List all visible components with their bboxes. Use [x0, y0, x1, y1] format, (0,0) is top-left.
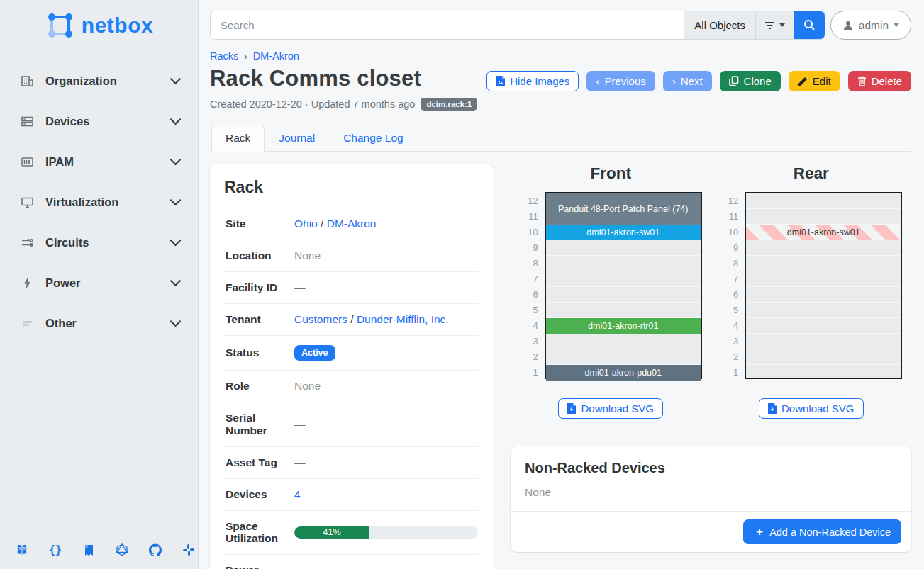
- empty-rack-slot: [746, 318, 901, 334]
- next-button[interactable]: › Next: [663, 71, 712, 91]
- left-column: Rack Site Ohio / DM-Akron Location None: [210, 164, 494, 569]
- attr-row-tenant: Tenant Customers / Dunder-Mifflin, Inc.: [224, 303, 479, 335]
- unit-number: 5: [520, 303, 538, 318]
- devices-count-link[interactable]: 4: [294, 488, 301, 500]
- rack-device-panduit-48-port-patch-panel-74-[interactable]: Panduit 48-Port Patch Panel (74): [546, 193, 701, 225]
- rack-device-dmi01-akron-sw01[interactable]: dmi01-akron-sw01: [746, 225, 901, 240]
- rear-unit-numbers: 121110987654321: [720, 192, 738, 381]
- unit-number: 9: [720, 240, 738, 256]
- circuit-flow-icon: [20, 236, 34, 250]
- page-title: Rack Comms closet: [210, 66, 421, 91]
- chevron-down-icon: [170, 235, 182, 247]
- user-label: admin: [859, 19, 889, 32]
- empty-rack-slot: [746, 240, 901, 256]
- sidebar-item-label: Devices: [45, 115, 172, 128]
- asset-tag-value: —: [294, 456, 478, 469]
- chevron-right-icon: ›: [672, 75, 676, 87]
- sidebar-item-organization[interactable]: Organization: [0, 61, 198, 101]
- attr-row-role: Role None: [224, 370, 479, 402]
- topbar: All Objects admin: [210, 11, 911, 40]
- non-racked-devices-empty: None: [511, 476, 911, 511]
- breadcrumb-link-dm-akron[interactable]: DM-Akron: [253, 50, 299, 62]
- unit-number: 10: [720, 225, 738, 240]
- tab-bar: Rack Journal Change Log: [210, 125, 911, 152]
- sidebar-item-power[interactable]: Power: [0, 263, 198, 303]
- sidebar-item-devices[interactable]: Devices: [0, 101, 198, 142]
- empty-rack-slot: [546, 287, 701, 303]
- sidebar-item-other[interactable]: Other: [0, 303, 198, 344]
- unit-number: 8: [720, 256, 738, 271]
- user-menu-button[interactable]: admin: [830, 11, 911, 40]
- page-header: Rack Comms closet Hide Images ‹ Previous…: [210, 66, 911, 91]
- empty-rack-slot: [746, 287, 901, 303]
- edit-button[interactable]: Edit: [789, 71, 840, 91]
- trash-icon: [857, 76, 867, 86]
- rack-device-dmi01-akron-pdu01[interactable]: dmi01-akron-pdu01: [546, 365, 701, 381]
- previous-button[interactable]: ‹ Previous: [586, 71, 655, 91]
- netbox-logo[interactable]: netbox: [0, 0, 198, 48]
- file-download-icon: [567, 403, 576, 414]
- empty-rack-slot: [746, 271, 901, 287]
- slack-icon[interactable]: [182, 543, 195, 556]
- attr-row-serial: Serial Number —: [224, 402, 479, 446]
- attr-row-facility: Facility ID —: [224, 271, 479, 303]
- sidebar-footer: {}: [0, 543, 198, 569]
- front-download-svg-button[interactable]: Download SVG: [558, 398, 663, 419]
- rack-device-dmi01-akron-rtr01[interactable]: dmi01-akron-rtr01: [546, 318, 701, 334]
- rear-elevation: Rear 121110987654321 dmi01-akron-sw01 Do…: [711, 164, 912, 419]
- tenant-link[interactable]: Dunder-Mifflin, Inc.: [357, 313, 449, 325]
- object-meta: Created 2020-12-20 · Updated 7 months ag…: [210, 98, 911, 111]
- breadcrumb-link-racks[interactable]: Racks: [210, 50, 238, 62]
- filter-dropdown-button[interactable]: [755, 11, 794, 39]
- site-region-link[interactable]: Ohio: [294, 218, 318, 230]
- rear-download-svg-button[interactable]: Download SVG: [759, 398, 864, 419]
- tab-journal[interactable]: Journal: [265, 125, 329, 152]
- site-link[interactable]: DM-Akron: [327, 218, 377, 230]
- graphql-icon[interactable]: [116, 543, 128, 556]
- tab-rack[interactable]: Rack: [211, 125, 265, 152]
- unit-number: 6: [520, 287, 538, 303]
- empty-rack-slot: [546, 256, 701, 271]
- sidebar-item-ipam[interactable]: IPAM: [0, 142, 198, 182]
- unit-number: 1: [720, 365, 738, 381]
- sidebar-item-circuits[interactable]: Circuits: [0, 222, 198, 263]
- search-input[interactable]: [211, 11, 684, 39]
- tenant-group-link[interactable]: Customers: [294, 313, 347, 325]
- chevron-down-icon: [170, 316, 182, 327]
- right-column: Front 121110987654321 Panduit 48-Port Pa…: [511, 164, 911, 552]
- unit-number: 4: [720, 318, 738, 334]
- unit-number: 11: [720, 209, 738, 225]
- search-submit-button[interactable]: [794, 11, 825, 39]
- empty-rack-slot: [746, 209, 901, 225]
- unit-number: 3: [720, 334, 738, 349]
- docs-book-icon[interactable]: [16, 543, 28, 556]
- empty-rack-slot: [746, 256, 901, 271]
- github-icon[interactable]: [149, 543, 162, 556]
- unit-number: 12: [520, 193, 538, 209]
- object-type-button[interactable]: All Objects: [684, 11, 755, 39]
- unit-number: 6: [720, 287, 738, 303]
- unit-number: 10: [520, 225, 538, 240]
- rest-api-braces-icon[interactable]: {}: [49, 543, 62, 556]
- file-download-icon: [768, 403, 777, 414]
- created-updated-text: Created 2020-12-20 · Updated 7 months ag…: [210, 98, 415, 110]
- chevron-down-icon: [170, 74, 182, 85]
- add-non-racked-device-button[interactable]: ＋ Add a Non-Racked Device: [743, 519, 901, 544]
- unit-number: 1: [520, 365, 538, 381]
- tab-change-log[interactable]: Change Log: [329, 125, 417, 152]
- user-icon: [842, 20, 854, 31]
- breadcrumb-separator-icon: ›: [244, 51, 247, 62]
- plus-icon: ＋: [754, 525, 764, 539]
- sidebar-item-label: Circuits: [45, 236, 172, 249]
- hide-images-button[interactable]: Hide Images: [486, 71, 579, 91]
- clone-button[interactable]: Clone: [720, 71, 781, 91]
- attr-row-power-utilization: Power Utilization 0%: [224, 554, 479, 569]
- delete-button[interactable]: Delete: [848, 71, 911, 91]
- chevron-down-icon: [170, 276, 182, 287]
- api-docs-book-icon[interactable]: [82, 543, 95, 556]
- rack-attributes: Site Ohio / DM-Akron Location None Facil…: [224, 208, 479, 569]
- rack-device-dmi01-akron-sw01[interactable]: dmi01-akron-sw01: [546, 225, 701, 240]
- sidebar-item-virtualization[interactable]: Virtualization: [0, 182, 198, 222]
- search-icon: [803, 19, 816, 31]
- empty-rack-slot: [546, 271, 701, 287]
